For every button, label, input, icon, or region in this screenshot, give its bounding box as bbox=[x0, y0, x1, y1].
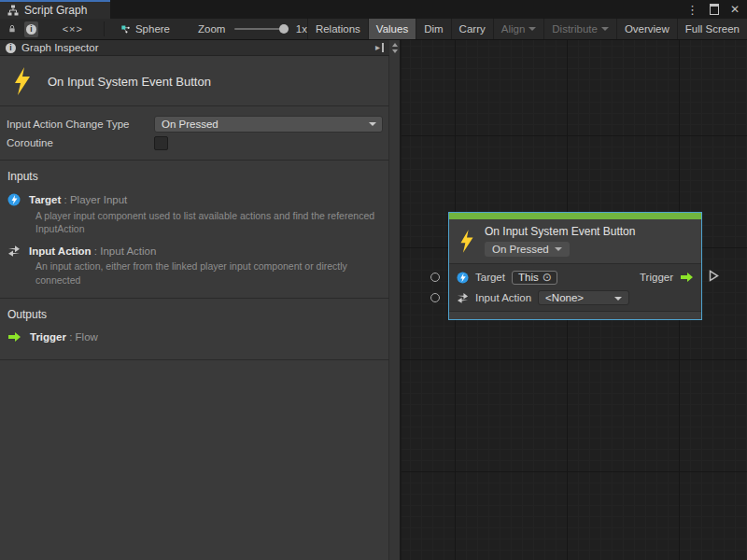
node-event-dropdown[interactable]: On Pressed bbox=[485, 242, 570, 257]
overview-button[interactable]: Overview bbox=[616, 19, 677, 39]
toolbar-button-group: Relations Values Dim Carry Align Distrib… bbox=[307, 19, 747, 39]
node-title: On Input System Event Button bbox=[485, 225, 635, 238]
script-graph-window: Script Graph ⋮ ✕ i <×> Sphere Zoom bbox=[0, 0, 747, 560]
zoom-value: 1x bbox=[296, 23, 307, 35]
coroutine-label: Coroutine bbox=[7, 137, 154, 148]
toolbar-separator bbox=[104, 21, 105, 36]
port-type: Flow bbox=[76, 331, 98, 343]
inspector-scrollbar[interactable] bbox=[388, 40, 400, 560]
target-object-field[interactable]: This ⊙ bbox=[512, 271, 557, 285]
inputs-heading: Inputs bbox=[0, 161, 389, 191]
tab-bar: Script Graph ⋮ ✕ bbox=[0, 0, 747, 19]
port-description: An input action, either from the linked … bbox=[35, 259, 382, 286]
relations-button[interactable]: Relations bbox=[307, 19, 368, 39]
graph-owner-label: Sphere bbox=[135, 23, 170, 35]
change-type-field: Input Action Change Type On Pressed bbox=[0, 115, 389, 133]
node-footer bbox=[449, 312, 701, 319]
port-item-input-action: Input Action : Input Action An input act… bbox=[0, 243, 389, 293]
node-body: Target This ⊙ Trigger bbox=[449, 263, 701, 312]
carry-button[interactable]: Carry bbox=[451, 19, 493, 39]
target-label: Target bbox=[475, 272, 505, 283]
node-row-target: Target This ⊙ Trigger bbox=[449, 267, 701, 287]
info-icon: i bbox=[26, 24, 36, 35]
maximize-icon[interactable] bbox=[710, 4, 719, 15]
inspector-header: i Graph Inspector ▸ bbox=[0, 40, 389, 56]
dock-panel-icon[interactable]: ▸ bbox=[375, 43, 384, 52]
values-button[interactable]: Values bbox=[368, 19, 416, 39]
align-button: Align bbox=[493, 19, 544, 39]
port-item-target: Target : Player Input A player input com… bbox=[0, 191, 389, 243]
port-name: Input Action bbox=[29, 245, 92, 257]
window-menu-icon[interactable]: ⋮ bbox=[686, 4, 698, 16]
scroll-up-icon[interactable] bbox=[392, 43, 398, 47]
target-input-port[interactable] bbox=[430, 273, 440, 282]
tab-script-graph[interactable]: Script Graph bbox=[0, 0, 110, 19]
full-screen-button[interactable]: Full Screen bbox=[677, 19, 747, 39]
port-name: Target bbox=[29, 194, 61, 205]
node-color-bar bbox=[449, 213, 701, 219]
trigger-arrow-icon bbox=[680, 272, 694, 283]
graph-canvas[interactable]: On Input System Event Button On Pressed … bbox=[402, 40, 747, 560]
dim-button[interactable]: Dim bbox=[416, 19, 450, 39]
port-type: Player Input bbox=[70, 194, 127, 205]
inspector-title: Graph Inspector bbox=[21, 42, 98, 53]
input-action-icon bbox=[7, 245, 21, 257]
change-type-label: Input Action Change Type bbox=[7, 119, 154, 130]
inputs-section: Inputs Target : Player Input A player in… bbox=[0, 161, 389, 299]
code-preview-icon[interactable]: <×> bbox=[63, 23, 83, 35]
object-picker-icon[interactable]: ⊙ bbox=[543, 272, 552, 283]
chevron-down-icon bbox=[601, 27, 609, 31]
graph-node-icon bbox=[121, 23, 130, 35]
coroutine-checkbox[interactable] bbox=[154, 136, 168, 150]
inspector-body: On Input System Event Button Input Actio… bbox=[0, 57, 389, 560]
coroutine-field: Coroutine bbox=[0, 133, 389, 152]
info-icon: i bbox=[6, 43, 16, 53]
script-graph-icon bbox=[7, 5, 19, 16]
unit-settings-section: Input Action Change Type On Pressed Coro… bbox=[0, 106, 389, 161]
event-bolt-icon bbox=[458, 229, 475, 254]
input-action-label: Input Action bbox=[475, 292, 531, 303]
event-node[interactable]: On Input System Event Button On Pressed … bbox=[448, 212, 702, 320]
chevron-down-icon bbox=[614, 297, 622, 301]
node-header[interactable]: On Input System Event Button On Pressed bbox=[449, 219, 701, 263]
player-input-icon bbox=[7, 193, 21, 206]
unit-title: On Input System Event Button bbox=[48, 75, 211, 89]
trigger-output-port[interactable] bbox=[709, 270, 719, 282]
chevron-down-icon bbox=[369, 122, 376, 126]
input-action-input-port[interactable] bbox=[430, 293, 440, 302]
port-type: Input Action bbox=[100, 245, 156, 257]
inspector-toggle-button[interactable]: i bbox=[24, 21, 38, 37]
distribute-button: Distribute bbox=[543, 19, 616, 39]
node-row-input-action: Input Action <None> bbox=[449, 287, 701, 308]
close-icon[interactable]: ✕ bbox=[730, 4, 740, 15]
input-action-dropdown[interactable]: <None> bbox=[538, 290, 629, 305]
trigger-label: Trigger bbox=[640, 272, 673, 283]
chevron-down-icon bbox=[555, 247, 562, 251]
zoom-label: Zoom bbox=[198, 23, 225, 35]
flow-arrow-icon bbox=[7, 331, 21, 343]
zoom-slider-knob[interactable] bbox=[279, 24, 289, 34]
port-description: A player input component used to list av… bbox=[35, 209, 382, 235]
graph-inspector-panel: i Graph Inspector ▸ On Input System Even… bbox=[0, 40, 402, 560]
outputs-heading: Outputs bbox=[0, 299, 389, 329]
tab-title: Script Graph bbox=[24, 4, 87, 17]
scroll-down-icon[interactable] bbox=[392, 49, 398, 53]
player-input-icon bbox=[457, 272, 469, 284]
graph-toolbar: i <×> Sphere Zoom 1x Relations Values Di… bbox=[0, 19, 747, 40]
port-item-trigger: Trigger : Flow bbox=[0, 329, 389, 350]
chevron-down-icon bbox=[529, 27, 536, 31]
change-type-dropdown[interactable]: On Pressed bbox=[154, 116, 383, 133]
window-controls: ⋮ ✕ bbox=[686, 0, 740, 19]
zoom-slider[interactable] bbox=[234, 22, 288, 35]
lock-icon[interactable] bbox=[8, 22, 16, 35]
input-action-icon bbox=[457, 292, 469, 303]
event-bolt-icon bbox=[12, 66, 33, 96]
unit-header: On Input System Event Button bbox=[0, 57, 389, 106]
outputs-section: Outputs Trigger : Flow bbox=[0, 299, 389, 360]
port-name: Trigger bbox=[30, 331, 66, 343]
